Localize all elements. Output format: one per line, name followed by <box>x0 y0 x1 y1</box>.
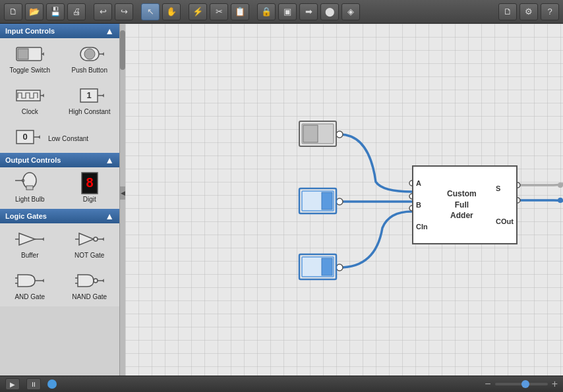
main-layout: Input Controls ▲ Toggle Switch <box>0 24 563 376</box>
undo-button[interactable]: ↩ <box>94 3 112 20</box>
input-controls-header[interactable]: Input Controls ▲ <box>0 24 119 38</box>
canvas: A B CIn CustomFullAdder S COut <box>125 24 563 376</box>
save-button[interactable]: 💾 <box>46 3 65 20</box>
not-gate-svg <box>75 231 104 248</box>
not-gate-icon <box>75 229 104 249</box>
cut-button[interactable]: ✂ <box>210 3 228 20</box>
svg-text:1: 1 <box>86 90 91 100</box>
sidebar-item-clock[interactable]: Clock <box>0 80 60 121</box>
push-button-icon <box>75 44 104 64</box>
sidebar-item-light-bulb[interactable]: Light Bulb <box>0 167 60 209</box>
status-indicator <box>47 379 57 389</box>
svg-rect-20 <box>26 186 33 190</box>
lock-button[interactable]: 🔒 <box>257 3 276 20</box>
switch-2[interactable] <box>298 185 341 219</box>
play-button[interactable]: ▶ <box>5 378 20 390</box>
logic-gates-header[interactable]: Logic Gates ▲ <box>0 209 119 223</box>
input-controls-collapse[interactable]: ▲ <box>105 26 114 36</box>
clock-icon <box>15 86 44 105</box>
pause-button[interactable]: ⏸ <box>26 378 41 390</box>
sidebar-item-push-button[interactable]: Push Button <box>60 38 120 80</box>
adder-port-cin: CIn <box>416 223 428 231</box>
full-adder: A B CIn CustomFullAdder S COut <box>412 165 518 244</box>
sidebar-item-nand-gate[interactable]: NAND Gate <box>60 265 120 306</box>
zoom-control: − + <box>485 378 558 390</box>
buffer-icon <box>15 229 44 249</box>
svg-point-38 <box>94 279 98 283</box>
svg-marker-25 <box>19 233 35 245</box>
redo-button[interactable]: ↪ <box>115 3 133 20</box>
nand-gate-svg <box>75 272 104 289</box>
digit-svg: 8 <box>75 171 104 195</box>
sidebar-scroll-thumb[interactable] <box>120 30 125 70</box>
copy-button[interactable]: 📋 <box>231 3 249 20</box>
hex-button[interactable]: ◈ <box>341 3 360 20</box>
switch-2-svg <box>298 185 341 218</box>
arrow-button[interactable]: ➡ <box>299 3 318 20</box>
file-button[interactable]: 🗋 <box>498 3 517 20</box>
new-button[interactable]: 🗋 <box>4 3 22 20</box>
sidebar-item-high-constant[interactable]: 1 High Constant <box>60 80 120 121</box>
push-button-svg <box>75 45 104 63</box>
svg-rect-62 <box>322 192 332 210</box>
statusbar: ▶ ⏸ − + <box>0 376 563 392</box>
svg-point-30 <box>94 237 98 241</box>
sidebar-item-buffer[interactable]: Buffer <box>0 223 60 265</box>
sidebar-item-and-gate[interactable]: AND Gate <box>0 265 60 306</box>
pan-button[interactable]: ✋ <box>162 3 181 20</box>
clock-svg <box>15 86 44 105</box>
logic-gates-title: Logic Gates <box>5 212 47 220</box>
digit-icon: 8 <box>75 173 104 193</box>
output-controls-header[interactable]: Output Controls ▲ <box>0 153 119 167</box>
nand-gate-icon <box>75 271 104 291</box>
logic-gates-collapse[interactable]: ▲ <box>105 211 114 221</box>
adder-ports-right: S COut <box>493 167 516 243</box>
adder-port-b: B <box>416 201 428 209</box>
nand-gate-label: NAND Gate <box>72 293 107 300</box>
sidebar-collapse-arrow[interactable]: ◀ <box>120 186 125 200</box>
sidebar-scrollbar[interactable]: ◀ <box>120 24 125 376</box>
input-controls-grid: Toggle Switch Push Button <box>0 38 119 153</box>
adder-port-a: A <box>416 179 428 187</box>
light-bulb-icon <box>15 173 44 193</box>
svg-rect-65 <box>322 258 332 275</box>
help-button[interactable]: ? <box>541 3 559 20</box>
svg-text:0: 0 <box>22 132 27 142</box>
toggle-switch-icon <box>15 44 44 64</box>
svg-rect-8 <box>16 90 40 101</box>
print-button[interactable]: 🖨 <box>67 3 86 20</box>
zoom-thumb[interactable] <box>521 380 529 388</box>
settings-button[interactable]: ⚙ <box>519 3 538 20</box>
chip-button[interactable]: ▣ <box>278 3 297 20</box>
sidebar-item-digit[interactable]: 8 Digit <box>60 167 120 209</box>
open-button[interactable]: 📂 <box>25 3 44 20</box>
low-constant-label: Low Constant <box>48 135 88 142</box>
and-gate-label: AND Gate <box>15 293 45 300</box>
low-constant-svg: 0 <box>11 128 40 146</box>
zoom-plus-button[interactable]: + <box>552 378 558 390</box>
digit-label: Digit <box>83 196 96 203</box>
switch-1[interactable] <box>298 118 341 152</box>
light-bulb-svg <box>15 171 44 195</box>
switch-1-svg <box>298 118 341 151</box>
sidebar-item-not-gate[interactable]: NOT Gate <box>60 223 120 265</box>
output-controls-grid: Light Bulb 8 Digit <box>0 167 119 209</box>
wire-button[interactable]: ⚡ <box>189 3 207 20</box>
buffer-svg <box>15 231 44 248</box>
output-controls-collapse[interactable]: ▲ <box>105 155 114 165</box>
and-gate-svg <box>15 272 44 289</box>
input-controls-title: Input Controls <box>5 27 55 35</box>
adder-port-s: S <box>496 184 514 192</box>
zoom-slider[interactable] <box>495 383 548 385</box>
buffer-label: Buffer <box>21 252 39 259</box>
sidebar-item-low-constant[interactable]: 0 Low Constant <box>0 121 119 153</box>
dots-button[interactable]: ⬤ <box>320 3 339 20</box>
select-button[interactable]: ↖ <box>141 3 160 20</box>
toolbar: 🗋 📂 💾 🖨 ↩ ↪ ↖ ✋ ⚡ ✂ 📋 🔒 ▣ ➡ ⬤ ◈ 🗋 ⚙ ? <box>0 0 563 24</box>
switch-3[interactable] <box>298 251 341 285</box>
sidebar-item-toggle-switch[interactable]: Toggle Switch <box>0 38 60 80</box>
zoom-minus-button[interactable]: − <box>485 378 490 390</box>
toggle-switch-label: Toggle Switch <box>9 67 50 74</box>
high-constant-svg: 1 <box>75 86 104 105</box>
adder-label: CustomFullAdder <box>430 167 493 243</box>
